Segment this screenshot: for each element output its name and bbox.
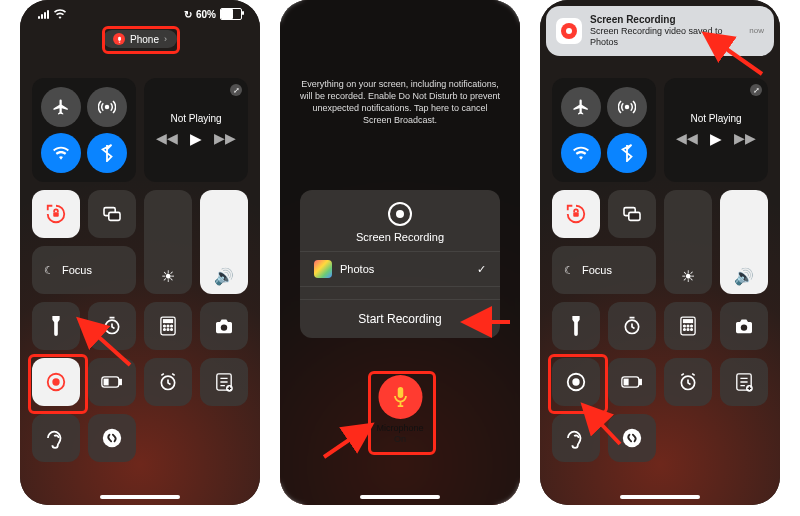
notification-banner[interactable]: Screen Recording Screen Recording video … — [546, 6, 774, 56]
home-indicator[interactable] — [100, 495, 180, 499]
svg-rect-32 — [684, 320, 693, 323]
notes-tile[interactable] — [720, 358, 768, 406]
pill-label: Phone — [130, 34, 159, 45]
low-power-tile[interactable] — [88, 358, 136, 406]
home-indicator[interactable] — [620, 495, 700, 499]
connectivity-group[interactable] — [552, 78, 656, 182]
svg-point-38 — [691, 329, 693, 331]
play-icon[interactable]: ▶ — [710, 130, 722, 148]
screen-mirroring-tile[interactable] — [608, 190, 656, 238]
screen-recording-app-icon — [556, 18, 582, 44]
expand-icon[interactable]: ⤢ — [230, 84, 242, 96]
low-power-tile[interactable] — [608, 358, 656, 406]
svg-point-17 — [52, 378, 59, 385]
start-label: Start Recording — [358, 312, 441, 326]
bluetooth-toggle[interactable] — [607, 133, 647, 173]
svg-rect-25 — [397, 387, 403, 398]
orientation-lock-tile[interactable] — [32, 190, 80, 238]
start-recording-button[interactable]: Start Recording — [300, 299, 500, 338]
alarm-tile[interactable] — [664, 358, 712, 406]
svg-point-48 — [623, 429, 641, 447]
notes-tile[interactable] — [200, 358, 248, 406]
screen-mirroring-tile[interactable] — [88, 190, 136, 238]
card-title: Screen Recording — [356, 231, 444, 243]
hearing-tile[interactable] — [552, 414, 600, 462]
next-track-icon[interactable]: ▶▶ — [734, 130, 756, 148]
microphone-toggle[interactable]: Microphone On — [376, 375, 423, 445]
svg-rect-3 — [53, 212, 59, 217]
broadcast-warning-text[interactable]: Everything on your screen, including not… — [298, 78, 502, 127]
svg-point-13 — [167, 329, 169, 331]
svg-rect-1 — [118, 41, 119, 42]
airdrop-toggle[interactable] — [87, 87, 127, 127]
shazam-tile[interactable] — [88, 414, 136, 462]
status-bar: ↻ 60% — [20, 8, 260, 20]
focus-tile[interactable]: ☾ Focus — [32, 246, 136, 294]
svg-rect-27 — [573, 212, 579, 217]
control-center-grid: ⤢ Not Playing ◀◀ ▶ ▶▶ ☀ 🔊 ☾ Focus — [552, 78, 768, 462]
svg-point-12 — [164, 329, 166, 331]
moon-icon: ☾ — [44, 264, 54, 277]
microphone-icon — [378, 375, 422, 419]
record-ring-icon — [388, 202, 412, 226]
cell-signal-icon — [38, 10, 49, 19]
flashlight-tile[interactable] — [32, 302, 80, 350]
expand-icon[interactable]: ⤢ — [750, 84, 762, 96]
svg-rect-5 — [109, 212, 120, 220]
calculator-tile[interactable] — [664, 302, 712, 350]
wifi-toggle[interactable] — [561, 133, 601, 173]
alarm-tile[interactable] — [144, 358, 192, 406]
brightness-slider[interactable]: ☀ — [144, 190, 192, 294]
volume-slider[interactable]: 🔊 — [200, 190, 248, 294]
svg-point-36 — [684, 329, 686, 331]
orientation-lock-tile[interactable] — [552, 190, 600, 238]
media-controls[interactable]: ⤢ Not Playing ◀◀ ▶ ▶▶ — [144, 78, 248, 182]
focus-tile[interactable]: ☾ Focus — [552, 246, 656, 294]
camera-tile[interactable] — [200, 302, 248, 350]
chevron-right-icon: › — [164, 34, 167, 44]
screen-record-tile[interactable] — [32, 358, 80, 406]
prev-track-icon[interactable]: ◀◀ — [156, 130, 178, 148]
bluetooth-toggle[interactable] — [87, 133, 127, 173]
timer-tile[interactable] — [608, 302, 656, 350]
brightness-slider[interactable]: ☀ — [664, 190, 712, 294]
svg-point-41 — [572, 378, 579, 385]
airdrop-toggle[interactable] — [607, 87, 647, 127]
shazam-tile[interactable] — [608, 414, 656, 462]
wifi-status-icon — [54, 9, 66, 19]
svg-point-34 — [687, 325, 689, 327]
calculator-tile[interactable] — [144, 302, 192, 350]
destination-row[interactable]: Photos ✓ — [300, 251, 500, 286]
svg-point-35 — [691, 325, 693, 327]
airplane-toggle[interactable] — [41, 87, 81, 127]
banner-subtitle: Screen Recording video saved to Photos — [590, 26, 723, 47]
camera-tile[interactable] — [720, 302, 768, 350]
svg-rect-44 — [624, 379, 629, 386]
airplane-toggle[interactable] — [561, 87, 601, 127]
next-track-icon[interactable]: ▶▶ — [214, 130, 236, 148]
wifi-toggle[interactable] — [41, 133, 81, 173]
connectivity-group[interactable] — [32, 78, 136, 182]
timer-tile[interactable] — [88, 302, 136, 350]
svg-point-11 — [171, 325, 173, 327]
destination-label: Photos — [340, 263, 374, 275]
battery-percent: 60% — [196, 9, 216, 20]
svg-point-39 — [741, 324, 747, 330]
screen-recording-card: Screen Recording Photos ✓ Start Recordin… — [300, 190, 500, 338]
screenshot-panel-2: Everything on your screen, including not… — [280, 0, 520, 505]
volume-slider[interactable]: 🔊 — [720, 190, 768, 294]
hearing-tile[interactable] — [32, 414, 80, 462]
svg-point-14 — [171, 329, 173, 331]
screen-record-tile[interactable] — [552, 358, 600, 406]
svg-point-33 — [684, 325, 686, 327]
mic-state: On — [394, 434, 406, 444]
home-indicator[interactable] — [360, 495, 440, 499]
play-icon[interactable]: ▶ — [190, 130, 202, 148]
svg-rect-8 — [164, 320, 173, 323]
audio-source-pill[interactable]: Phone › — [103, 30, 177, 48]
media-controls[interactable]: ⤢ Not Playing ◀◀ ▶ ▶▶ — [664, 78, 768, 182]
brightness-icon: ☀ — [161, 267, 175, 286]
screenshot-panel-3: Screen Recording Screen Recording video … — [540, 0, 780, 505]
prev-track-icon[interactable]: ◀◀ — [676, 130, 698, 148]
flashlight-tile[interactable] — [552, 302, 600, 350]
